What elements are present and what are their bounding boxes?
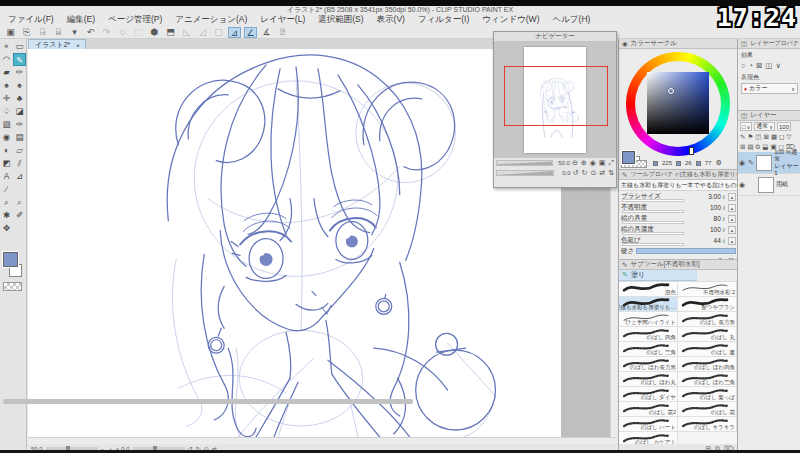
layer-toolbar-icon-a0[interactable]: ✎ bbox=[740, 133, 745, 141]
pen-tool[interactable]: ✎ bbox=[13, 53, 26, 66]
subview-tool[interactable]: ✐ bbox=[13, 209, 26, 222]
layer-row-1[interactable]: ◉用紙 bbox=[738, 174, 800, 196]
snap-grid-icon[interactable]: ∡ bbox=[260, 27, 273, 38]
brush-item-9[interactable]: のばし 星 bbox=[678, 342, 737, 357]
layer-thumbnail[interactable] bbox=[758, 177, 774, 193]
frameborder-tool[interactable]: ◩ bbox=[0, 157, 13, 170]
fill-tool[interactable]: ◉ bbox=[0, 131, 13, 144]
effect-icon-4[interactable]: ∨ bbox=[775, 61, 781, 70]
pattern-tool[interactable]: ▤ bbox=[13, 131, 26, 144]
brush-item-15[interactable]: のばし 葉っぱ bbox=[678, 387, 737, 402]
canvas-tab[interactable]: イラスト2* ● bbox=[28, 39, 86, 49]
layer-toolbar-icon-a2[interactable]: ◫ bbox=[755, 133, 761, 141]
menu-item-2[interactable]: ページ管理(P) bbox=[108, 14, 162, 26]
color-panel-tab[interactable]: カラーサークル bbox=[631, 39, 677, 48]
decoration-tool[interactable]: ✛ bbox=[0, 92, 13, 105]
effect-icon-2[interactable]: ⊠ bbox=[756, 61, 762, 70]
save-icon[interactable]: ⌸ bbox=[52, 27, 65, 38]
menu-item-8[interactable]: ウィンドウ(W) bbox=[482, 14, 539, 26]
canvas-tab-close-icon[interactable]: ● bbox=[76, 42, 79, 48]
slider-dynamics-button[interactable]: ▴ bbox=[728, 215, 736, 223]
layer-toolbar-icon-b3[interactable]: ⬓ bbox=[762, 143, 768, 151]
menu-item-5[interactable]: 選択範囲(S) bbox=[318, 14, 363, 26]
undo-icon[interactable]: ↶ bbox=[84, 27, 97, 38]
slider-spinner-icon[interactable]: ⇕ bbox=[722, 227, 726, 233]
selection-tool[interactable]: ⌖ bbox=[0, 40, 13, 53]
slider-spinner-icon[interactable]: ⇕ bbox=[722, 194, 726, 200]
brush-item-13[interactable]: のばし ほわ三角 bbox=[678, 372, 737, 387]
hardness-slider[interactable] bbox=[636, 248, 736, 254]
layer-thumbnail[interactable] bbox=[756, 155, 772, 171]
brush-item-17[interactable]: のばし 花 bbox=[678, 402, 737, 417]
brush-item-7[interactable]: のばし 丸 bbox=[678, 327, 737, 342]
slider-dynamics-button[interactable]: ▴ bbox=[728, 226, 736, 234]
panel-menu-icon[interactable]: ◉ bbox=[622, 40, 628, 48]
foreground-color-swatch[interactable] bbox=[3, 252, 18, 267]
brush-item-0[interactable]: 混色 bbox=[619, 282, 678, 297]
snap-ruler-icon[interactable]: ⊿ bbox=[228, 27, 241, 38]
gradient-tool[interactable]: ◐ bbox=[0, 144, 13, 157]
snap-special-ruler-icon[interactable]: ∠ bbox=[244, 27, 257, 38]
layer-visibility-eye-icon[interactable]: ◉ bbox=[739, 159, 746, 167]
brush-item-16[interactable]: のばし 花2 bbox=[619, 402, 678, 417]
snap-off-icon[interactable]: ◺ bbox=[180, 27, 193, 38]
brush-item-10[interactable]: のばし ほわ長方形 bbox=[619, 357, 678, 372]
text-tool[interactable]: A bbox=[0, 170, 13, 183]
layer-toolbar-icon-a4[interactable]: ▦ bbox=[771, 133, 777, 141]
brush-item-1[interactable]: 不透明水彩 2 bbox=[678, 282, 737, 297]
layer-toolbar-icon-a1[interactable]: ⚑ bbox=[747, 133, 753, 141]
balloon-tool[interactable]: ⊿ bbox=[13, 170, 26, 183]
brush-item-11[interactable]: のばし ほわ四角 bbox=[678, 357, 737, 372]
subtool-group-fill[interactable]: ✎ 塗り bbox=[619, 270, 697, 281]
move-tool[interactable]: ✥ bbox=[0, 222, 13, 235]
layer-toolbar-icon-a6[interactable]: ▽ bbox=[786, 133, 791, 141]
invert-select-icon[interactable]: ⬚ bbox=[132, 27, 145, 38]
eraser-tool[interactable]: ◪ bbox=[13, 105, 26, 118]
rotate-view-tool[interactable]: ⌕ bbox=[13, 196, 26, 209]
brush-item-8[interactable]: のばし 三角 bbox=[619, 342, 678, 357]
figure-tool[interactable]: ▱ bbox=[13, 144, 26, 157]
snap-blank-icon[interactable]: ▢ bbox=[212, 27, 225, 38]
transparent-color-swatch[interactable] bbox=[3, 282, 22, 291]
layer-row-0[interactable]: ◉✎100 %通常レイヤー 1 bbox=[738, 152, 800, 174]
layer-toolbar-icon-b2[interactable]: ⧉ bbox=[756, 143, 761, 151]
frame-icon[interactable]: ⬒ bbox=[164, 27, 177, 38]
oil-tool[interactable]: ♤ bbox=[0, 105, 13, 118]
navigator-rotate-icon-0[interactable]: ↺ bbox=[573, 169, 579, 177]
slider-dynamics-button[interactable]: ▴ bbox=[728, 237, 736, 245]
horizontal-scrollbar-thumb[interactable] bbox=[3, 399, 413, 404]
menu-item-9[interactable]: ヘルプ(H) bbox=[552, 14, 590, 26]
marker-tool[interactable]: ▰ bbox=[0, 66, 13, 79]
brush-item-19[interactable]: のばし キラキラ bbox=[678, 417, 737, 432]
slider-dynamics-button[interactable]: ▴ bbox=[728, 193, 736, 201]
menu-item-6[interactable]: 表示(V) bbox=[377, 14, 405, 26]
blend-mode-dropdown[interactable]: 通常∨ bbox=[754, 122, 775, 131]
watercolor-tool[interactable]: ♠ bbox=[13, 79, 26, 92]
menu-item-7[interactable]: フィルター(I) bbox=[418, 14, 469, 26]
layers-tab[interactable]: レイヤー bbox=[750, 111, 776, 120]
pencil-tool[interactable]: ✏ bbox=[13, 66, 26, 79]
navigator-rotate-icon-3[interactable]: ⇄ bbox=[599, 169, 605, 177]
navigator-rotate-icon-2[interactable]: ⊙ bbox=[590, 169, 596, 177]
airbrush-tool[interactable]: ♣ bbox=[13, 92, 26, 105]
brush-tool[interactable]: ♠ bbox=[0, 79, 13, 92]
brush-item-6[interactable]: のばし 四角 bbox=[619, 327, 678, 342]
blank-tool[interactable] bbox=[13, 222, 26, 235]
deselect-icon[interactable]: ◌ bbox=[116, 27, 129, 38]
navigator-zoom-icon-2[interactable]: ◉ bbox=[590, 159, 596, 167]
layer-palette-dropdown[interactable]: □∨ bbox=[740, 122, 752, 131]
menu-item-0[interactable]: ファイル(F) bbox=[8, 14, 54, 26]
slider-spinner-icon[interactable]: ⇕ bbox=[722, 205, 726, 211]
effect-icon-0[interactable]: ○ bbox=[741, 61, 746, 70]
brush-item-14[interactable]: のばし ダイヤ bbox=[619, 387, 678, 402]
help-mark-icon[interactable]: ⍰ bbox=[276, 27, 289, 38]
menu-item-4[interactable]: レイヤー(L) bbox=[260, 14, 305, 26]
sv-marker[interactable] bbox=[668, 88, 674, 94]
slider-spinner-icon[interactable]: ⇕ bbox=[722, 216, 726, 222]
brush-item-3[interactable]: 髪つやブラシ bbox=[678, 297, 737, 312]
operation-tool[interactable]: ✱ bbox=[0, 209, 13, 222]
layer-opacity-field[interactable]: 100 bbox=[777, 122, 791, 131]
navigator-rotation-slider[interactable] bbox=[496, 170, 554, 176]
open-file-icon[interactable]: ⍈ bbox=[36, 27, 49, 38]
new-file-icon[interactable]: ⎘ bbox=[20, 27, 33, 38]
